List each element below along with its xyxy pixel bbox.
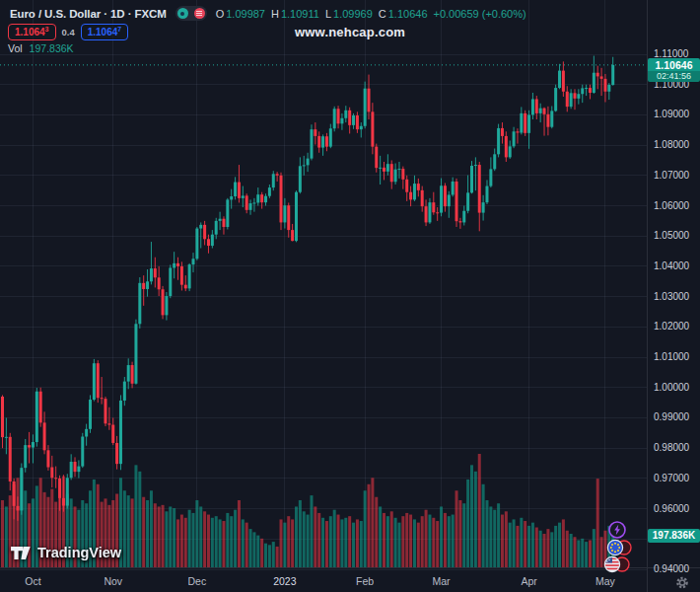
high-value: 1.10911 — [281, 8, 319, 20]
volume-bar — [436, 521, 439, 567]
candle-body — [280, 176, 283, 223]
volume-bar — [470, 465, 473, 567]
candle-body — [409, 192, 412, 200]
source-toggle[interactable] — [175, 6, 207, 21]
lightning-event-icon[interactable] — [607, 520, 627, 540]
volume-bar — [462, 503, 465, 567]
volume-bar — [184, 518, 187, 567]
volume-bar — [162, 505, 165, 567]
candle-body — [325, 136, 328, 146]
candle-body — [134, 324, 137, 383]
volume-bar — [379, 506, 382, 567]
candle-body — [337, 109, 340, 123]
candle-body — [276, 174, 279, 176]
candle-body — [111, 425, 114, 443]
volume-bar — [158, 506, 161, 567]
volume-bar — [295, 506, 298, 567]
volume-bar — [405, 513, 408, 567]
low-label: L — [325, 8, 331, 20]
candle-body — [89, 400, 92, 429]
volume-bar — [333, 510, 336, 567]
candle-body — [524, 113, 526, 133]
volume-bar — [203, 511, 206, 567]
candle-body — [478, 165, 481, 213]
candle-body — [219, 219, 222, 221]
price-chart[interactable] — [0, 0, 700, 592]
volume-bar — [131, 498, 134, 567]
candle-body — [283, 205, 286, 222]
volume-bar — [176, 519, 179, 567]
us-flag-icon[interactable] — [602, 555, 632, 573]
candle-body — [470, 166, 473, 192]
volume-bar — [577, 540, 580, 567]
candle-body — [195, 229, 198, 259]
candle-body — [581, 88, 584, 94]
candle-body — [173, 263, 175, 268]
ask-button[interactable]: 1.10647 — [81, 24, 129, 40]
candle-body — [20, 468, 23, 510]
volume-bar — [505, 511, 508, 567]
gear-icon[interactable] — [674, 575, 690, 590]
volume-bar — [535, 528, 538, 567]
volume-bar — [520, 518, 523, 567]
time-axis[interactable]: OctNovDec2023FebMarAprMay — [0, 568, 700, 592]
candle-body — [28, 445, 31, 447]
candle-body — [401, 169, 404, 180]
price-axis[interactable]: 1.110001.100001.090001.080001.070001.060… — [648, 0, 700, 567]
candle-body — [299, 166, 302, 191]
volume-bar — [314, 506, 316, 567]
candle-body — [123, 382, 126, 401]
volume-bar — [321, 518, 324, 567]
candle-body — [505, 136, 508, 157]
volume-bar — [570, 534, 573, 567]
price-tick-label: 1.06000 — [654, 200, 689, 211]
volume-bar — [444, 513, 447, 567]
volume-bar — [291, 519, 294, 567]
volume-bar — [589, 540, 592, 567]
price-tick-label: 0.98000 — [654, 442, 689, 453]
volume-bar — [199, 506, 202, 567]
candle-body — [603, 79, 606, 92]
volume-bar — [195, 500, 198, 567]
volume-bar — [238, 500, 241, 567]
symbol-title[interactable]: Euro / U.S. Dollar · 1D · FXCM — [10, 8, 167, 20]
volume-bar — [501, 515, 504, 567]
candle-body — [192, 259, 195, 264]
volume-bar — [574, 537, 577, 567]
volume-bar — [299, 500, 302, 567]
candle-body — [428, 202, 431, 222]
price-tick-label: 1.04000 — [654, 260, 689, 271]
candle-body — [238, 183, 241, 198]
volume-bar — [440, 506, 443, 567]
candle-body — [458, 221, 461, 222]
tradingview-logo[interactable]: TradingView — [10, 545, 121, 560]
candle-body — [493, 154, 496, 169]
candle-body — [81, 437, 84, 467]
eu-flag-icon[interactable] — [605, 539, 635, 556]
candle-body — [264, 196, 267, 202]
candle-body — [66, 478, 69, 505]
volume-bar — [421, 516, 424, 567]
volume-bar — [127, 495, 130, 567]
volume-bar — [368, 484, 371, 567]
volume-bar — [558, 523, 561, 567]
volume-bar — [531, 523, 534, 567]
candle-body — [485, 186, 488, 203]
bid-button[interactable]: 1.10643 — [8, 24, 56, 40]
candle-body — [1, 397, 4, 437]
time-tick-label: Oct — [25, 575, 40, 587]
toggle-list-icon — [194, 8, 205, 19]
volume-bar — [287, 516, 290, 567]
candle-body — [252, 202, 255, 203]
volume-bar — [356, 519, 359, 567]
price-tick-label: 1.03000 — [654, 291, 689, 302]
candle-body — [256, 194, 259, 202]
volume-bar — [344, 518, 347, 567]
candle-body — [46, 450, 49, 467]
candle-body — [554, 88, 557, 111]
candle-body — [158, 277, 161, 289]
candle-body — [562, 71, 565, 92]
volume-bar — [340, 519, 343, 567]
volume-bar — [207, 515, 210, 567]
volume-bar — [150, 490, 153, 567]
